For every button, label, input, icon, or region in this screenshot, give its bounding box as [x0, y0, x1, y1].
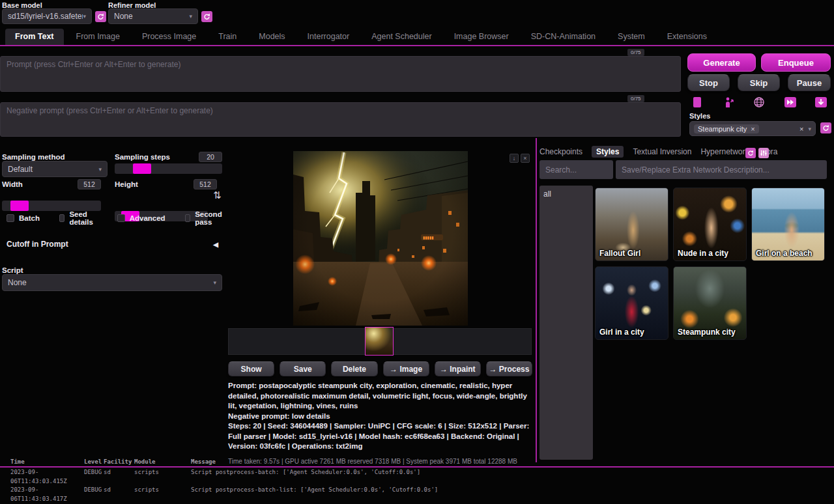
sampling-steps-value[interactable]: 20	[199, 152, 222, 162]
info-negative-prompt: Negative prompt: low details	[228, 412, 536, 422]
network-card[interactable]: Fallout Girl	[595, 188, 669, 261]
main-tab[interactable]: Train	[208, 29, 246, 45]
download-icon	[815, 97, 827, 107]
style-chip[interactable]: Steampunk city ×	[694, 124, 759, 133]
viewer-button[interactable]: Delete	[331, 361, 377, 376]
option-checkbox[interactable]: Batch	[7, 210, 40, 226]
checkbox-icon[interactable]	[185, 214, 190, 222]
cutoff-accordion-header[interactable]: Cutoff in Prompt ◀	[7, 240, 218, 249]
networks-refresh-button[interactable]	[745, 148, 756, 158]
checkbox-icon[interactable]	[59, 214, 65, 222]
network-card-title: Steampunk city	[678, 328, 736, 337]
checkbox-icon[interactable]	[117, 214, 125, 222]
viewer-button[interactable]: Save	[280, 361, 326, 376]
options-checkbox-row: Batch Seed details Advanced Second pass	[0, 210, 225, 226]
option-checkbox[interactable]: Seed details	[59, 210, 98, 226]
chevron-down-icon: ▾	[213, 279, 216, 286]
refresh-icon	[822, 124, 829, 132]
main-tab[interactable]: Models	[249, 29, 295, 45]
main-tab[interactable]: SD-CN-Animation	[521, 29, 605, 45]
slider-handle[interactable]	[10, 201, 29, 211]
slider-handle[interactable]	[133, 163, 151, 174]
checkbox-icon[interactable]	[7, 214, 14, 222]
main-tabbar: From TextFrom ImageProcess ImageTrainMod…	[0, 29, 834, 46]
apply-style-button[interactable]	[719, 95, 738, 109]
prompt-input[interactable]	[0, 56, 681, 92]
download-button[interactable]	[811, 95, 831, 109]
network-card[interactable]: Steampunk city	[673, 266, 747, 340]
log-facility: sd	[104, 486, 134, 503]
width-value[interactable]: 512	[78, 179, 101, 189]
networks-description-input[interactable]	[616, 160, 827, 179]
main-tab[interactable]: Image Browser	[444, 29, 519, 45]
paste-clipboard-button[interactable]	[687, 95, 707, 109]
clipboard-icon	[692, 96, 702, 108]
sampling-method-label: Sampling method	[2, 153, 65, 161]
networks-button[interactable]	[749, 95, 769, 109]
folder-item-all[interactable]: all	[539, 186, 593, 203]
style-chip-label: Steampunk city	[698, 125, 747, 133]
generate-button[interactable]: Generate	[687, 53, 756, 72]
log-message: Script postprocess-batch-list: ['Agent S…	[191, 486, 834, 503]
swap-dimensions-icon[interactable]: ⇅	[213, 189, 222, 201]
main-tab[interactable]: From Text	[5, 29, 64, 45]
network-card[interactable]: Girl on a beach	[751, 188, 825, 261]
sampling-steps-slider[interactable]	[115, 163, 222, 174]
networks-tab[interactable]: Styles	[592, 146, 624, 158]
image-close-icon[interactable]: ×	[521, 154, 530, 163]
network-card[interactable]: Nude in a city	[673, 188, 747, 261]
network-card[interactable]: Girl in a city	[595, 266, 669, 340]
globe-icon	[753, 96, 765, 108]
height-value[interactable]: 512	[194, 179, 217, 189]
generation-info: Prompt: postapocalyptic steampunk city, …	[228, 381, 536, 465]
width-slider[interactable]	[2, 201, 101, 211]
script-select[interactable]: None ▾	[2, 274, 222, 291]
skip-button[interactable]: Skip	[738, 74, 780, 91]
styles-clear-icon[interactable]: ×	[799, 125, 803, 133]
enqueue-button[interactable]: Enqueue	[761, 53, 831, 72]
sampling-method-value: Default	[8, 165, 33, 174]
log-level: DEBUG	[84, 486, 104, 503]
option-checkbox[interactable]: Second pass	[185, 210, 225, 226]
info-prompt: Prompt: postapocalyptic steampunk city, …	[228, 381, 536, 412]
negative-prompt-token-counter: 0/75	[627, 95, 644, 102]
pause-button[interactable]: Pause	[788, 74, 831, 91]
viewer-button[interactable]: → Image	[383, 361, 429, 376]
viewer-button[interactable]: Show	[228, 361, 274, 376]
styles-select[interactable]: Steampunk city × × ▾	[689, 121, 816, 136]
width-label: Width	[2, 180, 23, 188]
main-tab[interactable]: Interrogator	[298, 29, 360, 45]
chevron-down-icon[interactable]: ▾	[808, 126, 811, 132]
sliders-icon	[760, 150, 767, 156]
networks-settings-button[interactable]	[758, 148, 769, 158]
main-tab[interactable]: From Image	[66, 29, 130, 45]
networks-tab[interactable]: Checkpoints	[539, 147, 582, 156]
image-download-icon[interactable]: ↓	[510, 154, 519, 163]
base-model-select[interactable]: sd15/lyriel-v16.safetensors ▾	[2, 8, 92, 24]
refiner-model-value: None	[114, 12, 133, 21]
checkbox-label: Advanced	[130, 214, 165, 222]
stop-button[interactable]: Stop	[687, 74, 730, 91]
checkbox-label: Batch	[19, 214, 40, 222]
viewer-button[interactable]: → Inpaint	[435, 361, 481, 376]
result-image[interactable]: ▮▮▮▮▮	[293, 151, 468, 326]
refiner-model-select[interactable]: None ▾	[108, 8, 198, 24]
log-module: scripts	[134, 486, 191, 503]
styles-refresh-button[interactable]	[820, 122, 831, 133]
refiner-model-refresh-button[interactable]	[201, 11, 212, 22]
chip-remove-icon[interactable]: ×	[751, 125, 755, 133]
main-tab[interactable]: Agent Scheduler	[362, 29, 441, 45]
networks-tab[interactable]: Textual Inversion	[633, 147, 691, 156]
viewer-button[interactable]: → Process	[486, 361, 532, 376]
fast-forward-button[interactable]	[781, 95, 800, 109]
main-tab[interactable]: Process Image	[132, 29, 206, 45]
networks-search-input[interactable]	[539, 160, 613, 179]
option-checkbox[interactable]: Advanced	[117, 210, 165, 226]
sampling-method-select[interactable]: Default ▾	[2, 161, 108, 177]
main-tab[interactable]: Extensions	[657, 29, 717, 45]
base-model-refresh-button[interactable]	[95, 11, 106, 22]
networks-card-grid: Fallout Girl Nude in a city Girl on a be…	[595, 188, 825, 340]
thumbnail-selected[interactable]	[365, 327, 394, 356]
negative-prompt-input[interactable]	[0, 102, 681, 137]
main-tab[interactable]: System	[608, 29, 655, 45]
